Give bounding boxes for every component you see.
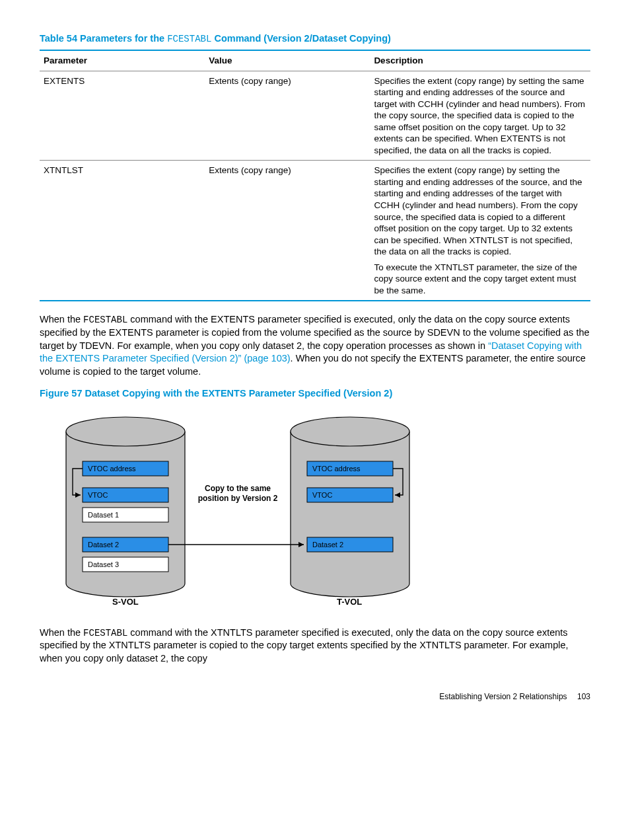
cell-desc: Specifies the extent (copy range) by set… xyxy=(370,71,590,161)
slot-dataset-1: Dataset 1 xyxy=(88,511,119,519)
slot-dataset-3: Dataset 3 xyxy=(88,560,119,568)
svg-point-0 xyxy=(66,417,185,446)
s-vol-label: S-VOL xyxy=(112,597,139,607)
cell-param: EXTENTS xyxy=(40,71,205,161)
cell-value: Extents (copy range) xyxy=(205,71,370,161)
desc-paragraph: To execute the XTNTLST parameter, the si… xyxy=(374,262,585,297)
t-vol-label: T-VOL xyxy=(337,597,362,607)
p1-part1: When the xyxy=(40,314,83,325)
slot-vtoc-address: VTOC address xyxy=(88,465,136,473)
slot-dataset-2-r: Dataset 2 xyxy=(312,541,343,549)
slot-vtoc: VTOC xyxy=(88,491,108,499)
col-header-description: Description xyxy=(370,50,590,71)
footer-page-number: 103 xyxy=(577,692,590,701)
cell-value: Extents (copy range) xyxy=(205,161,370,301)
parameters-table: Parameter Value Description EXTENTS Exte… xyxy=(40,50,590,301)
slot-dataset-2: Dataset 2 xyxy=(88,541,119,549)
s-vol-cylinder: VTOC address VTOC Dataset 1 Dataset 2 Da… xyxy=(66,417,185,597)
p1-code: FCESTABL xyxy=(83,315,127,325)
figure-center-caption-2: position by Version 2 xyxy=(198,494,278,503)
t-vol-cylinder: VTOC address VTOC Dataset 2 xyxy=(291,417,409,597)
figure-center-caption-1: Copy to the same xyxy=(205,484,271,493)
figure-57-diagram: VTOC address VTOC Dataset 1 Dataset 2 Da… xyxy=(40,405,590,612)
desc-paragraph: Specifies the extent (copy range) by set… xyxy=(374,165,585,257)
desc-paragraph: Specifies the extent (copy range) by set… xyxy=(374,75,585,157)
slot-vtoc-r: VTOC xyxy=(312,491,332,499)
cell-param: XTNTLST xyxy=(40,161,205,301)
body-paragraph-2: When the FCESTABL command with the XTNTL… xyxy=(40,627,590,666)
table-row: EXTENTS Extents (copy range) Specifies t… xyxy=(40,71,590,161)
p2-code: FCESTABL xyxy=(83,628,127,638)
figure-caption: Figure 57 Dataset Copying with the EXTEN… xyxy=(40,388,590,399)
footer-section: Establishing Version 2 Relationships xyxy=(439,692,567,701)
body-paragraph-1: When the FCESTABL command with the EXTEN… xyxy=(40,313,590,378)
p2-part1: When the xyxy=(40,627,83,638)
table-caption: Table 54 Parameters for the FCESTABL Com… xyxy=(40,33,590,44)
cell-desc: Specifies the extent (copy range) by set… xyxy=(370,161,590,301)
table-row: XTNTLST Extents (copy range) Specifies t… xyxy=(40,161,590,301)
table-title-prefix: Table 54 Parameters for the xyxy=(40,33,167,44)
page-footer: Establishing Version 2 Relationships 103 xyxy=(40,692,590,701)
col-header-parameter: Parameter xyxy=(40,50,205,71)
table-title-code: FCESTABL xyxy=(167,34,211,44)
svg-point-6 xyxy=(291,417,409,446)
table-title-suffix: Command (Version 2/Dataset Copying) xyxy=(211,33,391,44)
slot-vtoc-address-r: VTOC address xyxy=(312,465,361,473)
col-header-value: Value xyxy=(205,50,370,71)
